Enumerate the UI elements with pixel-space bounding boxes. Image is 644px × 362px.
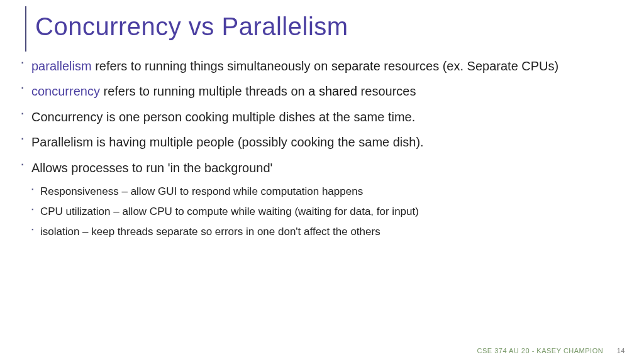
footer-page-number: 14 bbox=[617, 347, 625, 354]
footer-course: CSE 374 AU 20 - KASEY CHAMPION bbox=[477, 347, 604, 354]
bullet-2-bold: shared bbox=[319, 84, 357, 98]
bullet-3: Concurrency is one person cooking multip… bbox=[25, 108, 625, 126]
subbullet-1: Responsiveness – allow GUI to respond wh… bbox=[25, 184, 625, 199]
bullet-4: Parallelism is having multiple people (p… bbox=[25, 133, 625, 151]
subbullet-2: CPU utilization – allow CPU to compute w… bbox=[25, 204, 625, 219]
title-rule bbox=[25, 6, 26, 52]
slide: Concurrency vs Parallelism parallelism r… bbox=[0, 0, 644, 362]
bullet-1-text-a: refers to running things simultaneously … bbox=[92, 59, 331, 73]
bullet-2: concurrency refers to running multiple t… bbox=[25, 82, 625, 100]
keyword-parallelism: parallelism bbox=[31, 59, 92, 73]
bullet-1-bold: separate bbox=[331, 59, 380, 73]
keyword-concurrency: concurrency bbox=[31, 84, 100, 98]
bullet-2-text-a: refers to running multiple threads on a bbox=[100, 84, 319, 98]
slide-footer: CSE 374 AU 20 - KASEY CHAMPION 14 bbox=[477, 347, 625, 354]
slide-title: Concurrency vs Parallelism bbox=[35, 13, 625, 41]
slide-content: parallelism refers to running things sim… bbox=[25, 57, 625, 239]
subbullet-3: isolation – keep threads separate so err… bbox=[25, 224, 625, 239]
bullet-2-text-b: resources bbox=[357, 84, 416, 98]
bullet-1-text-b: resources (ex. Separate CPUs) bbox=[380, 59, 558, 73]
bullet-5: Allows processes to run 'in the backgrou… bbox=[25, 159, 625, 177]
bullet-1: parallelism refers to running things sim… bbox=[25, 57, 625, 75]
